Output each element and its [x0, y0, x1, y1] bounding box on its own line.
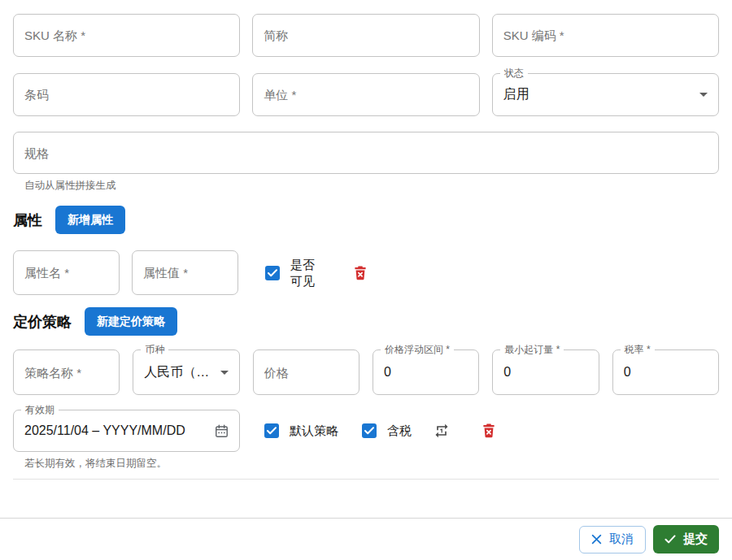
validity-range-value: 2025/11/04 – YYYY/MM/DD	[24, 423, 214, 438]
repeat-once-button[interactable]	[434, 423, 450, 439]
caret-down-icon	[699, 93, 708, 97]
spec-helper-text: 自动从属性拼接生成	[24, 179, 719, 193]
pricing-section-header: 定价策略 新建定价策略	[13, 307, 719, 336]
validity-label: 有效期	[21, 404, 59, 416]
unit-field	[252, 73, 479, 116]
short-name-field	[252, 14, 479, 57]
cancel-button[interactable]: 取消	[579, 526, 646, 553]
attributes-section-title: 属性	[13, 211, 42, 230]
spec-field	[13, 132, 719, 174]
add-pricing-strategy-button[interactable]: 新建定价策略	[85, 307, 177, 336]
sku-code-input[interactable]	[503, 28, 708, 42]
visible-checkbox-label: 是否可见	[290, 257, 316, 289]
trash-icon	[483, 423, 495, 438]
currency-label: 币种	[141, 344, 168, 356]
trash-icon	[355, 266, 366, 280]
cancel-button-label: 取消	[609, 532, 634, 547]
repeat-1-icon	[434, 423, 450, 439]
sku-name-input[interactable]	[24, 28, 229, 42]
submit-button-label: 提交	[683, 532, 708, 547]
basic-row-2: 状态 启用	[13, 73, 719, 116]
visible-checkbox-group: 是否可见	[265, 257, 316, 289]
sku-name-field	[13, 14, 240, 57]
x-icon	[591, 534, 602, 545]
tax-included-checkbox-group: 含税	[362, 423, 412, 439]
short-name-input[interactable]	[264, 28, 468, 42]
price-field	[253, 349, 359, 395]
caret-down-icon	[220, 371, 229, 375]
pricing-row: 币种 人民币（… 价格浮动区间 * 最小起订量 * 税率 *	[13, 349, 719, 395]
pricing-section-title: 定价策略	[13, 312, 72, 332]
default-strategy-checkbox[interactable]	[264, 423, 279, 438]
status-select[interactable]: 状态 启用	[492, 73, 719, 116]
default-strategy-checkbox-group: 默认策略	[264, 423, 338, 439]
calendar-icon[interactable]	[214, 423, 229, 439]
barcode-input[interactable]	[24, 88, 229, 102]
unit-input[interactable]	[264, 88, 468, 102]
attributes-section-header: 属性 新增属性	[13, 206, 719, 234]
currency-select[interactable]: 币种 人民币（…	[133, 349, 239, 395]
price-input[interactable]	[264, 366, 348, 380]
validity-row: 有效期 2025/11/04 – YYYY/MM/DD	[13, 410, 719, 452]
attribute-value-field	[132, 250, 238, 295]
check-icon	[364, 427, 374, 435]
add-attribute-button[interactable]: 新增属性	[55, 206, 125, 234]
min-order-qty-label: 最小起订量 *	[500, 344, 564, 356]
attribute-value-input[interactable]	[143, 266, 227, 280]
status-label: 状态	[500, 67, 528, 80]
attribute-delete-button[interactable]	[355, 266, 366, 280]
currency-value: 人民币（…	[144, 364, 215, 381]
price-float-range-input[interactable]	[384, 365, 468, 380]
price-float-range-label: 价格浮动区间 *	[381, 344, 454, 356]
attribute-name-input[interactable]	[24, 266, 108, 280]
check-icon	[267, 427, 277, 435]
visible-checkbox[interactable]	[265, 266, 280, 280]
form-footer: 取消 提交	[0, 518, 732, 560]
tax-included-label: 含税	[387, 423, 412, 439]
check-icon	[664, 535, 676, 544]
strategy-name-input[interactable]	[24, 366, 108, 380]
check-icon	[268, 269, 277, 277]
default-strategy-label: 默认策略	[290, 423, 338, 439]
tax-rate-label: 税率 *	[621, 344, 655, 356]
validity-range-field[interactable]: 有效期 2025/11/04 – YYYY/MM/DD	[13, 410, 240, 452]
sku-code-field	[492, 14, 719, 57]
validity-helper-text: 若长期有效，将结束日期留空。	[24, 457, 719, 471]
price-float-range-field: 价格浮动区间 *	[373, 349, 479, 395]
spec-row	[13, 132, 719, 174]
tax-rate-input[interactable]	[624, 365, 708, 380]
tax-rate-field: 税率 *	[612, 349, 719, 395]
min-order-qty-input[interactable]	[503, 365, 587, 380]
attribute-row: 是否可见	[13, 250, 719, 295]
form-content: 状态 启用 自动从属性拼接生成 属性 新增属性	[0, 0, 732, 480]
status-value: 启用	[503, 86, 695, 103]
submit-button[interactable]: 提交	[653, 525, 719, 553]
barcode-field	[13, 73, 240, 116]
strategy-name-field	[13, 349, 120, 395]
sku-edit-form: 状态 启用 自动从属性拼接生成 属性 新增属性	[0, 0, 732, 560]
min-order-qty-field: 最小起订量 *	[492, 349, 599, 395]
basic-row-1	[13, 14, 719, 57]
strategy-delete-button[interactable]	[483, 423, 495, 438]
spec-input[interactable]	[24, 146, 708, 160]
tax-included-checkbox[interactable]	[362, 423, 377, 438]
attribute-name-field	[13, 250, 120, 295]
section-divider	[13, 479, 719, 480]
